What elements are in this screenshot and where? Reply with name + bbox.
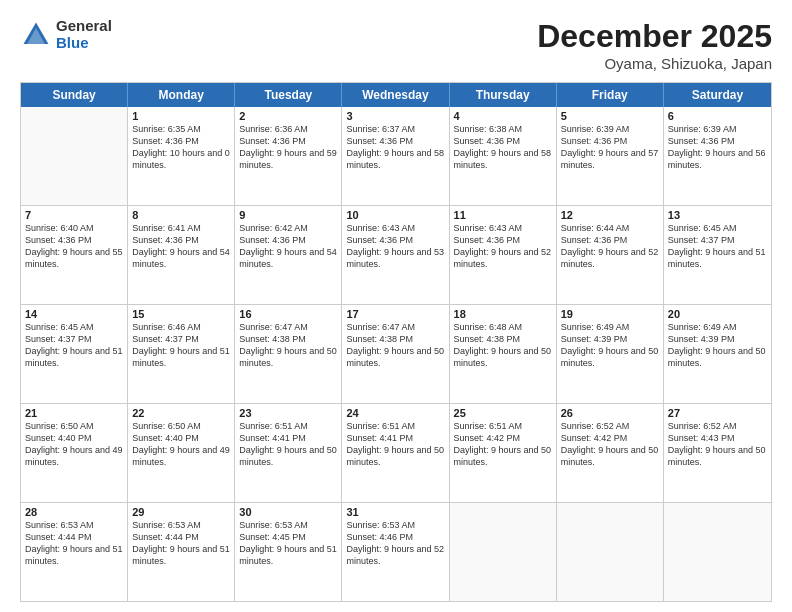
day-info: Sunrise: 6:47 AMSunset: 4:38 PMDaylight:… — [239, 321, 337, 370]
day-cell-8: 8Sunrise: 6:41 AMSunset: 4:36 PMDaylight… — [128, 206, 235, 304]
week-row-3: 14Sunrise: 6:45 AMSunset: 4:37 PMDayligh… — [21, 305, 771, 404]
day-cell-29: 29Sunrise: 6:53 AMSunset: 4:44 PMDayligh… — [128, 503, 235, 601]
day-info: Sunrise: 6:43 AMSunset: 4:36 PMDaylight:… — [454, 222, 552, 271]
day-number: 27 — [668, 407, 767, 419]
day-cell-10: 10Sunrise: 6:43 AMSunset: 4:36 PMDayligh… — [342, 206, 449, 304]
day-info: Sunrise: 6:38 AMSunset: 4:36 PMDaylight:… — [454, 123, 552, 172]
logo-icon — [20, 19, 52, 51]
day-header-thursday: Thursday — [450, 83, 557, 107]
day-info: Sunrise: 6:49 AMSunset: 4:39 PMDaylight:… — [668, 321, 767, 370]
day-number: 1 — [132, 110, 230, 122]
day-info: Sunrise: 6:53 AMSunset: 4:45 PMDaylight:… — [239, 519, 337, 568]
day-info: Sunrise: 6:47 AMSunset: 4:38 PMDaylight:… — [346, 321, 444, 370]
day-info: Sunrise: 6:51 AMSunset: 4:41 PMDaylight:… — [346, 420, 444, 469]
week-row-5: 28Sunrise: 6:53 AMSunset: 4:44 PMDayligh… — [21, 503, 771, 601]
day-header-tuesday: Tuesday — [235, 83, 342, 107]
day-header-friday: Friday — [557, 83, 664, 107]
day-info: Sunrise: 6:36 AMSunset: 4:36 PMDaylight:… — [239, 123, 337, 172]
day-number: 8 — [132, 209, 230, 221]
week-row-4: 21Sunrise: 6:50 AMSunset: 4:40 PMDayligh… — [21, 404, 771, 503]
day-cell-empty — [664, 503, 771, 601]
day-number: 16 — [239, 308, 337, 320]
day-cell-25: 25Sunrise: 6:51 AMSunset: 4:42 PMDayligh… — [450, 404, 557, 502]
day-number: 2 — [239, 110, 337, 122]
day-cell-18: 18Sunrise: 6:48 AMSunset: 4:38 PMDayligh… — [450, 305, 557, 403]
logo-general: General — [56, 18, 112, 35]
day-cell-23: 23Sunrise: 6:51 AMSunset: 4:41 PMDayligh… — [235, 404, 342, 502]
day-cell-22: 22Sunrise: 6:50 AMSunset: 4:40 PMDayligh… — [128, 404, 235, 502]
day-cell-26: 26Sunrise: 6:52 AMSunset: 4:42 PMDayligh… — [557, 404, 664, 502]
day-number: 15 — [132, 308, 230, 320]
logo-text: General Blue — [56, 18, 112, 51]
day-cell-27: 27Sunrise: 6:52 AMSunset: 4:43 PMDayligh… — [664, 404, 771, 502]
day-cell-2: 2Sunrise: 6:36 AMSunset: 4:36 PMDaylight… — [235, 107, 342, 205]
day-cell-28: 28Sunrise: 6:53 AMSunset: 4:44 PMDayligh… — [21, 503, 128, 601]
day-info: Sunrise: 6:43 AMSunset: 4:36 PMDaylight:… — [346, 222, 444, 271]
day-header-monday: Monday — [128, 83, 235, 107]
week-row-1: 1Sunrise: 6:35 AMSunset: 4:36 PMDaylight… — [21, 107, 771, 206]
location: Oyama, Shizuoka, Japan — [537, 55, 772, 72]
day-cell-empty — [557, 503, 664, 601]
day-info: Sunrise: 6:44 AMSunset: 4:36 PMDaylight:… — [561, 222, 659, 271]
day-info: Sunrise: 6:35 AMSunset: 4:36 PMDaylight:… — [132, 123, 230, 172]
day-number: 13 — [668, 209, 767, 221]
day-cell-14: 14Sunrise: 6:45 AMSunset: 4:37 PMDayligh… — [21, 305, 128, 403]
day-cell-12: 12Sunrise: 6:44 AMSunset: 4:36 PMDayligh… — [557, 206, 664, 304]
day-info: Sunrise: 6:37 AMSunset: 4:36 PMDaylight:… — [346, 123, 444, 172]
month-title: December 2025 — [537, 18, 772, 55]
day-number: 29 — [132, 506, 230, 518]
day-number: 7 — [25, 209, 123, 221]
calendar: SundayMondayTuesdayWednesdayThursdayFrid… — [20, 82, 772, 602]
day-cell-5: 5Sunrise: 6:39 AMSunset: 4:36 PMDaylight… — [557, 107, 664, 205]
header: General Blue December 2025 Oyama, Shizuo… — [20, 18, 772, 72]
day-number: 10 — [346, 209, 444, 221]
day-header-saturday: Saturday — [664, 83, 771, 107]
day-info: Sunrise: 6:52 AMSunset: 4:42 PMDaylight:… — [561, 420, 659, 469]
day-cell-13: 13Sunrise: 6:45 AMSunset: 4:37 PMDayligh… — [664, 206, 771, 304]
day-number: 28 — [25, 506, 123, 518]
day-cell-1: 1Sunrise: 6:35 AMSunset: 4:36 PMDaylight… — [128, 107, 235, 205]
page: General Blue December 2025 Oyama, Shizuo… — [0, 0, 792, 612]
day-info: Sunrise: 6:39 AMSunset: 4:36 PMDaylight:… — [668, 123, 767, 172]
day-info: Sunrise: 6:51 AMSunset: 4:42 PMDaylight:… — [454, 420, 552, 469]
day-info: Sunrise: 6:45 AMSunset: 4:37 PMDaylight:… — [668, 222, 767, 271]
day-info: Sunrise: 6:50 AMSunset: 4:40 PMDaylight:… — [25, 420, 123, 469]
day-number: 24 — [346, 407, 444, 419]
day-header-wednesday: Wednesday — [342, 83, 449, 107]
day-number: 25 — [454, 407, 552, 419]
day-info: Sunrise: 6:50 AMSunset: 4:40 PMDaylight:… — [132, 420, 230, 469]
day-cell-7: 7Sunrise: 6:40 AMSunset: 4:36 PMDaylight… — [21, 206, 128, 304]
day-number: 9 — [239, 209, 337, 221]
day-number: 20 — [668, 308, 767, 320]
day-cell-21: 21Sunrise: 6:50 AMSunset: 4:40 PMDayligh… — [21, 404, 128, 502]
day-number: 3 — [346, 110, 444, 122]
logo: General Blue — [20, 18, 112, 51]
day-info: Sunrise: 6:49 AMSunset: 4:39 PMDaylight:… — [561, 321, 659, 370]
day-info: Sunrise: 6:41 AMSunset: 4:36 PMDaylight:… — [132, 222, 230, 271]
day-cell-3: 3Sunrise: 6:37 AMSunset: 4:36 PMDaylight… — [342, 107, 449, 205]
day-number: 12 — [561, 209, 659, 221]
day-info: Sunrise: 6:53 AMSunset: 4:46 PMDaylight:… — [346, 519, 444, 568]
day-cell-17: 17Sunrise: 6:47 AMSunset: 4:38 PMDayligh… — [342, 305, 449, 403]
day-info: Sunrise: 6:46 AMSunset: 4:37 PMDaylight:… — [132, 321, 230, 370]
day-cell-20: 20Sunrise: 6:49 AMSunset: 4:39 PMDayligh… — [664, 305, 771, 403]
day-cell-16: 16Sunrise: 6:47 AMSunset: 4:38 PMDayligh… — [235, 305, 342, 403]
day-info: Sunrise: 6:42 AMSunset: 4:36 PMDaylight:… — [239, 222, 337, 271]
day-number: 21 — [25, 407, 123, 419]
day-number: 22 — [132, 407, 230, 419]
day-header-sunday: Sunday — [21, 83, 128, 107]
day-cell-31: 31Sunrise: 6:53 AMSunset: 4:46 PMDayligh… — [342, 503, 449, 601]
day-cell-4: 4Sunrise: 6:38 AMSunset: 4:36 PMDaylight… — [450, 107, 557, 205]
day-info: Sunrise: 6:45 AMSunset: 4:37 PMDaylight:… — [25, 321, 123, 370]
day-cell-24: 24Sunrise: 6:51 AMSunset: 4:41 PMDayligh… — [342, 404, 449, 502]
title-block: December 2025 Oyama, Shizuoka, Japan — [537, 18, 772, 72]
day-info: Sunrise: 6:52 AMSunset: 4:43 PMDaylight:… — [668, 420, 767, 469]
day-number: 6 — [668, 110, 767, 122]
day-number: 31 — [346, 506, 444, 518]
day-number: 26 — [561, 407, 659, 419]
day-cell-15: 15Sunrise: 6:46 AMSunset: 4:37 PMDayligh… — [128, 305, 235, 403]
day-cell-19: 19Sunrise: 6:49 AMSunset: 4:39 PMDayligh… — [557, 305, 664, 403]
calendar-body: 1Sunrise: 6:35 AMSunset: 4:36 PMDaylight… — [21, 107, 771, 601]
day-info: Sunrise: 6:53 AMSunset: 4:44 PMDaylight:… — [132, 519, 230, 568]
day-number: 17 — [346, 308, 444, 320]
